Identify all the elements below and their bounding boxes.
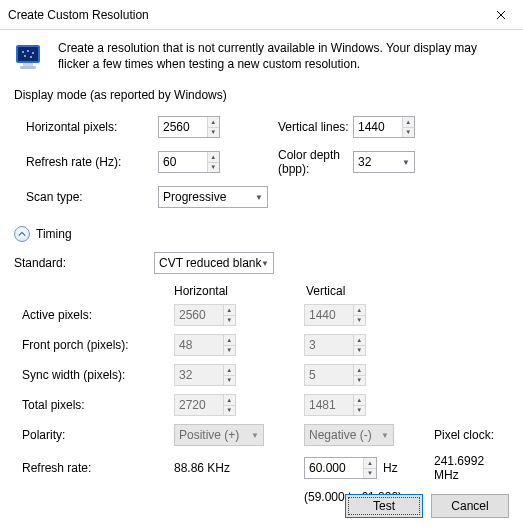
cancel-button[interactable]: Cancel <box>431 494 509 518</box>
intro-text: Create a resolution that is not currentl… <box>58 40 509 72</box>
svg-rect-7 <box>23 63 33 66</box>
spinner-buttons[interactable]: ▲▼ <box>207 117 219 137</box>
collapse-toggle[interactable] <box>14 226 30 242</box>
display-mode-label: Display mode (as reported by Windows) <box>14 88 509 102</box>
timing-label: Timing <box>36 227 72 241</box>
fp-v-input: ▲▼ <box>304 334 366 356</box>
svg-point-5 <box>24 55 26 57</box>
refresh-h-value: 88.86 KHz <box>174 461 304 475</box>
spinner-buttons[interactable]: ▲▼ <box>363 458 376 478</box>
col-vertical: Vertical <box>304 284 434 298</box>
fp-h-input: ▲▼ <box>174 334 236 356</box>
svg-point-4 <box>32 52 34 54</box>
vlines-input[interactable]: ▲▼ <box>353 116 415 138</box>
scan-combo[interactable]: Progressive ▼ <box>158 186 268 208</box>
sw-label: Sync width (pixels): <box>14 368 174 382</box>
svg-point-2 <box>22 51 24 53</box>
vlines-label: Vertical lines: <box>278 120 353 134</box>
hpix-label: Horizontal pixels: <box>18 120 158 134</box>
tp-label: Total pixels: <box>14 398 174 412</box>
refresh-input[interactable]: ▲▼ <box>158 151 220 173</box>
close-icon <box>496 10 506 20</box>
svg-point-3 <box>27 50 29 52</box>
chevron-up-icon <box>18 230 26 238</box>
timing-header: Timing <box>14 226 509 242</box>
tp-v-input: ▲▼ <box>304 394 366 416</box>
scan-label: Scan type: <box>18 190 158 204</box>
tp-h-input: ▲▼ <box>174 394 236 416</box>
depth-label: Color depth (bpp): <box>278 148 353 176</box>
window-title: Create Custom Resolution <box>8 8 149 22</box>
svg-point-6 <box>30 56 32 58</box>
refresh-rate-label: Refresh rate: <box>14 461 174 475</box>
refresh-label: Refresh rate (Hz): <box>18 155 158 169</box>
polarity-h-combo: Positive (+)▼ <box>174 424 264 446</box>
monitor-icon <box>14 42 46 74</box>
depth-combo[interactable]: 32 ▼ <box>353 151 415 173</box>
vlines-value[interactable] <box>354 117 402 137</box>
fp-label: Front porch (pixels): <box>14 338 174 352</box>
refresh-value[interactable] <box>159 152 207 172</box>
active-h-input: ▲▼ <box>174 304 236 326</box>
spinner-buttons[interactable]: ▲▼ <box>207 152 219 172</box>
standard-value: CVT reduced blank <box>159 256 262 270</box>
active-v-input: ▲▼ <box>304 304 366 326</box>
active-label: Active pixels: <box>14 308 174 322</box>
col-horizontal: Horizontal <box>174 284 304 298</box>
chevron-down-icon: ▼ <box>261 259 269 268</box>
standard-label: Standard: <box>14 256 154 270</box>
spinner-buttons[interactable]: ▲▼ <box>402 117 414 137</box>
titlebar: Create Custom Resolution <box>0 0 523 30</box>
standard-combo[interactable]: CVT reduced blank ▼ <box>154 252 274 274</box>
chevron-down-icon: ▼ <box>402 158 410 167</box>
chevron-down-icon: ▼ <box>255 193 263 202</box>
sw-v-input: ▲▼ <box>304 364 366 386</box>
polarity-label: Polarity: <box>14 428 174 442</box>
hpix-input[interactable]: ▲▼ <box>158 116 220 138</box>
depth-value: 32 <box>358 155 371 169</box>
svg-rect-1 <box>18 47 38 61</box>
refresh-v-input[interactable]: ▲▼ <box>304 457 377 479</box>
close-button[interactable] <box>478 0 523 30</box>
chevron-down-icon: ▼ <box>251 431 259 440</box>
hpix-value[interactable] <box>159 117 207 137</box>
polarity-v-combo: Negative (-)▼ <box>304 424 394 446</box>
scan-value: Progressive <box>163 190 226 204</box>
pixel-clock-label: Pixel clock: <box>434 428 509 442</box>
hz-label: Hz <box>383 461 398 475</box>
button-bar: Test Cancel <box>345 494 509 518</box>
svg-rect-8 <box>20 66 36 69</box>
sw-h-input: ▲▼ <box>174 364 236 386</box>
pixel-clock-value: 241.6992 MHz <box>434 454 509 482</box>
display-mode-group: Horizontal pixels: ▲▼ Vertical lines: ▲▼… <box>14 108 509 218</box>
chevron-down-icon: ▼ <box>381 431 389 440</box>
test-button[interactable]: Test <box>345 494 423 518</box>
intro-row: Create a resolution that is not currentl… <box>14 40 509 74</box>
